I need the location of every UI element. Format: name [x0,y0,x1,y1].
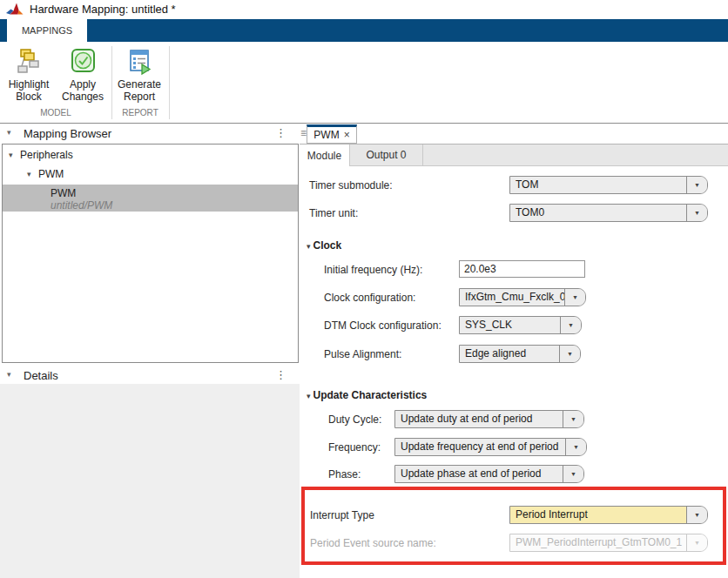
interrupt-type-dropdown[interactable]: Period Interrupt ▼ [509,506,708,524]
collapse-icon[interactable]: ▾ [9,151,13,159]
clock-configuration-label: Clock configuration: [324,292,415,304]
red-highlight-annotation [301,487,726,565]
hardware-mapping-window: Hardware Mapping: untitled * MAPPINGS Hi… [0,0,728,578]
dtm-clock-configuration-label: DTM Clock configuration: [324,319,442,332]
group-label-report: REPORT [113,108,167,118]
toolbar: Highlight Block Apply Changes [0,42,728,124]
dropdown-arrow-icon: ▼ [563,466,583,482]
period-event-source-dropdown: PWM_PeriodInterrupt_GtmTOM0_1 ▼ [509,534,708,552]
collapse-icon[interactable]: ▾ [7,128,11,137]
tab-module[interactable]: Module [300,144,350,166]
interrupt-type-label: Interrupt Type [310,509,374,521]
timer-submodule-label: Timer submodule: [309,179,393,192]
highlight-block-icon [14,45,44,78]
apply-changes-button[interactable]: Apply Changes [56,45,110,103]
dropdown-arrow-icon: ▼ [686,177,707,193]
period-event-source-label: Period Event source name: [310,537,436,549]
highlight-block-button[interactable]: Highlight Block [3,45,54,103]
collapse-icon[interactable]: ▾ [27,170,31,178]
mapping-browser-title: Mapping Browser [24,127,111,140]
collapse-icon[interactable]: ▾ [7,370,11,379]
details-header: ▾ Details ⋮ [0,366,300,386]
duty-cycle-label: Duty Cycle: [328,413,381,426]
collapse-icon: ▾ [307,392,311,400]
details-title: Details [24,369,58,382]
initial-frequency-label: Initial frequency (Hz): [324,264,422,276]
close-icon[interactable]: × [344,129,350,141]
dropdown-arrow-icon: ▼ [686,205,707,221]
phase-label: Phase: [328,468,361,481]
initial-frequency-input[interactable] [459,260,585,278]
window-title: Hardware Mapping: untitled * [30,3,176,16]
update-characteristics-section-header[interactable]: ▾Update Characteristics [307,389,427,401]
mapping-browser-header: ▾ Mapping Browser ⋮ [0,124,300,144]
frequency-dropdown[interactable]: Update frequency at end of period ▼ [394,438,587,456]
tab-pwm-document[interactable]: PWM × [307,124,357,144]
phase-dropdown[interactable]: Update phase at end of period ▼ [394,465,584,483]
highlight-block-label: Highlight Block [9,78,50,103]
collapse-icon: ▾ [307,242,311,251]
dropdown-arrow-icon: ▼ [563,411,583,427]
title-bar: Hardware Mapping: untitled * [0,0,728,19]
tree-item-pwm-selected[interactable]: PWM untitled/PWM [3,185,298,212]
generate-report-label: Generate Report [118,78,161,103]
toolbar-separator [169,46,170,119]
tab-pwm-label: PWM [313,129,339,141]
generate-report-icon [125,45,154,78]
matlab-logo-icon [6,2,24,17]
splitter-grip-icon[interactable]: ≡ [300,127,307,139]
group-label-model: MODEL [3,108,108,118]
tree-item-path: untitled/PWM [51,199,112,212]
toolbar-separator [111,46,112,119]
apply-changes-label: Apply Changes [62,78,104,103]
dropdown-arrow-icon: ▼ [564,289,585,306]
tab-output-0[interactable]: Output 0 [350,144,423,165]
tab-mappings[interactable]: MAPPINGS [7,19,87,42]
details-body [0,384,300,578]
mapping-browser-tree: ▾ Peripherals ▾ PWM PWM untitled/PWM [2,144,299,363]
module-form: Timer submodule: TOM ▼ Timer unit: TOM0 … [300,166,728,578]
duty-cycle-dropdown[interactable]: Update duty at end of period ▼ [394,410,584,428]
timer-submodule-dropdown[interactable]: TOM ▼ [509,176,708,194]
dropdown-arrow-icon: ▼ [686,534,707,551]
tree-item-label: PWM [51,187,76,199]
dropdown-arrow-icon: ▼ [565,439,586,455]
kebab-menu-icon[interactable]: ⋮ [275,368,286,381]
kebab-menu-icon[interactable]: ⋮ [275,126,286,139]
generate-report-button[interactable]: Generate Report [113,45,165,103]
dropdown-arrow-icon: ▼ [686,507,707,523]
timer-unit-dropdown[interactable]: TOM0 ▼ [509,204,708,222]
frequency-label: Frequency: [328,441,381,454]
pulse-alignment-dropdown[interactable]: Edge aligned ▼ [459,345,581,363]
dtm-clock-configuration-dropdown[interactable]: SYS_CLK ▼ [459,316,582,334]
pulse-alignment-label: Pulse Alignment: [324,348,401,360]
apply-changes-icon [68,45,98,78]
clock-configuration-dropdown[interactable]: IfxGtm_Cmu_Fxclk_0 ▼ [459,288,586,306]
subtab-bar: Module Output 0 [300,144,728,166]
ribbon-band: MAPPINGS [0,19,728,42]
clock-section-header[interactable]: ▾Clock [307,239,341,252]
timer-unit-label: Timer unit: [309,207,358,219]
document-tab-bar: ≡ PWM × [300,124,728,144]
dropdown-arrow-icon: ▼ [559,346,580,362]
dropdown-arrow-icon: ▼ [560,317,581,333]
